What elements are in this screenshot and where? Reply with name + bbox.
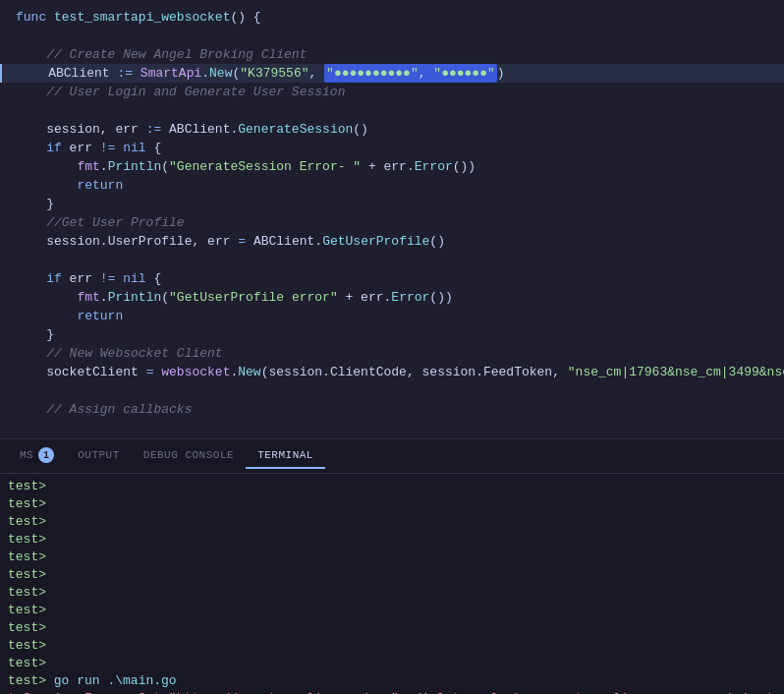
fn-new: New — [209, 64, 232, 83]
terminal-line-5: test> — [8, 549, 776, 566]
selected-credentials: "●●●●●●●●●●", "●●●●●●" — [324, 64, 497, 83]
code-line-2 — [0, 27, 784, 45]
tab-terminal[interactable]: TERMINAL — [246, 443, 325, 469]
terminal-line-6: test> — [8, 566, 776, 584]
punc: () { — [230, 8, 260, 27]
code-line-18: } — [0, 325, 784, 344]
code-line-5: // User Login and Generate User Session — [0, 83, 784, 101]
comment-assign: Assign callbacks — [70, 400, 193, 419]
code-line-21 — [0, 381, 784, 400]
comment: // Create New Angel Broking Client — [16, 45, 307, 64]
code-line-12: //Get User Profile — [0, 213, 784, 232]
code-line-4: ABClient := SmartApi.New("K379556", "●●●… — [0, 64, 784, 83]
code-line-6 — [0, 101, 784, 120]
terminal-line-10: test> — [8, 637, 776, 655]
tab-debug-console[interactable]: DEBUG CONSOLE — [132, 443, 246, 469]
code-line-19: // New Websocket Client — [0, 344, 784, 363]
panel-tabs: MS 1 OUTPUT DEBUG CONSOLE TERMINAL — [0, 439, 784, 474]
code-line-10: return — [0, 176, 784, 195]
tab-terminal-label: TERMINAL — [257, 449, 313, 461]
ms-badge: 1 — [38, 447, 54, 463]
code-line-16: fmt.Println("GetUserProfile error" + err… — [0, 288, 784, 307]
terminal-line-3: test> — [8, 513, 776, 531]
terminal-line-1: test> — [8, 478, 776, 495]
tab-ms-label: MS — [20, 449, 33, 461]
code-line-8: if err != nil { — [0, 139, 784, 157]
terminal-line-2: test> — [8, 495, 776, 513]
code-line-20: socketClient = websocket.New(session.Cli… — [0, 363, 784, 381]
terminal-line-4: test> — [8, 531, 776, 549]
terminal-error-line: teSession Error- Get "https://myexternal… — [8, 690, 776, 694]
keyword-func: func — [16, 8, 54, 27]
code-line-9: fmt.Println("GenerateSession Error- " + … — [0, 157, 784, 176]
code-line-15: if err != nil { — [0, 269, 784, 288]
bottom-panel: MS 1 OUTPUT DEBUG CONSOLE TERMINAL test>… — [0, 438, 784, 694]
terminal-line-12: test> go run .\main.go — [8, 672, 776, 690]
op-assign: := — [117, 64, 140, 83]
code-line-11: } — [0, 195, 784, 213]
code-line-1: func test_smartapi_websocket() { — [0, 8, 784, 27]
code-line-22: // Assign callbacks — [0, 400, 784, 419]
code-editor: func test_smartapi_websocket() { // Crea… — [0, 0, 784, 438]
terminal-output[interactable]: test> test> test> test> test> test> test… — [0, 474, 784, 694]
terminal-line-8: test> — [8, 602, 776, 619]
terminal-line-9: test> — [8, 619, 776, 637]
comment-login: // User Login and Generate User Session — [16, 83, 345, 101]
pkg-smartapi: SmartApi — [140, 64, 201, 83]
code-line-3: // Create New Angel Broking Client — [0, 45, 784, 64]
tab-output[interactable]: OUTPUT — [66, 443, 132, 469]
code-line-17: return — [0, 307, 784, 325]
var-abclient: ABClient — [18, 64, 117, 83]
code-line-13: session.UserProfile, err = ABClient.GetU… — [0, 232, 784, 251]
terminal-line-11: test> — [8, 655, 776, 672]
tab-output-label: OUTPUT — [78, 449, 120, 461]
terminal-line-7: test> — [8, 584, 776, 602]
str-apikey: "K379556" — [240, 64, 308, 83]
tab-debug-label: DEBUG CONSOLE — [143, 449, 234, 461]
function-name: test_smartapi_websocket — [54, 8, 230, 27]
code-line-7: session, err := ABClient.GenerateSession… — [0, 120, 784, 139]
tab-ms[interactable]: MS 1 — [8, 441, 66, 471]
code-line-14 — [0, 251, 784, 269]
